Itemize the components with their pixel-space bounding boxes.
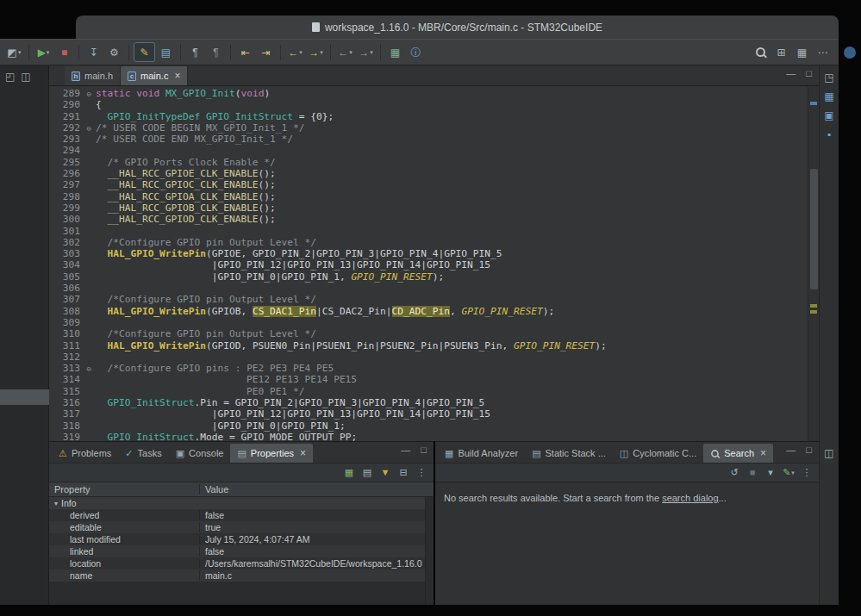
next-edit-location-button[interactable]: ⇥ <box>256 43 276 61</box>
code-line[interactable]: /* USER CODE BEGIN MX_GPIO_Init_1 */ <box>96 122 807 134</box>
code-line[interactable]: HAL_GPIO_WritePin(GPIOE, GPIO_PIN_2|GPIO… <box>96 248 807 259</box>
property-row[interactable]: namemain.c <box>49 569 434 582</box>
pin-view-button[interactable]: ▦ <box>340 465 358 481</box>
search-menu-button[interactable]: ⋮ <box>798 465 815 481</box>
code-line[interactable]: /*Configure GPIO pin Output Level */ <box>96 328 807 339</box>
close-tab-icon[interactable]: × <box>300 447 306 459</box>
property-row[interactable]: derivedfalse <box>49 509 434 521</box>
bookmark-icon[interactable]: ▪ <box>827 129 831 140</box>
new-wizard-button[interactable]: ◩▾ <box>4 43 24 61</box>
build-button[interactable]: ⚙ <box>104 43 124 61</box>
run-button[interactable]: ▶▾ <box>34 43 53 61</box>
close-tab-icon[interactable]: × <box>760 447 766 459</box>
fold-marker-icon[interactable]: ⊖ <box>87 123 91 134</box>
mark-occurrences-toggle[interactable]: ✎ <box>134 42 155 62</box>
minimized-view-icon-2[interactable]: ◫ <box>21 72 30 82</box>
title-bar[interactable]: workspace_1.16.0 - MBR/Core/Src/main.c -… <box>76 16 839 39</box>
tab-main-c[interactable]: cmain.c× <box>121 66 188 85</box>
save-button[interactable]: ↧ <box>84 43 103 61</box>
property-row[interactable]: last modifiedJuly 15, 2024, 4:07:47 AM <box>49 533 434 545</box>
code-line[interactable]: |GPIO_PIN_12|GPIO_PIN_13|GPIO_PIN_14|GPI… <box>96 408 807 420</box>
search-dialog-link[interactable]: search dialog <box>662 493 718 503</box>
terminate-search-button[interactable]: ■ <box>744 465 761 481</box>
code-line[interactable]: |GPIO_PIN_0|GPIO_PIN_1; <box>96 420 807 432</box>
search-history-button[interactable]: ▾ <box>762 465 779 481</box>
code-line[interactable] <box>96 352 807 363</box>
overview-mark-occurrence[interactable] <box>810 304 817 308</box>
open-perspective-button[interactable]: ⊞ <box>771 43 791 61</box>
tab-tasks[interactable]: ✓Tasks <box>118 444 168 463</box>
table-scrollbar[interactable] <box>425 497 434 605</box>
tab-problems[interactable]: ⚠Problems <box>52 444 118 463</box>
code-line[interactable] <box>96 317 807 328</box>
collapsed-panel-handle[interactable] <box>0 389 49 405</box>
property-group-row[interactable]: ▾Info <box>49 497 434 509</box>
code-line[interactable]: |GPIO_PIN_0|GPIO_PIN_1, GPIO_PIN_RESET); <box>96 271 807 283</box>
editor-scrollbar[interactable] <box>808 86 819 441</box>
code-line[interactable]: GPIO_InitStruct.Pin = GPIO_PIN_2|GPIO_PI… <box>96 397 807 408</box>
fold-marker-icon[interactable]: ⊖ <box>87 364 91 375</box>
code-content[interactable]: static void MX_GPIO_Init(void){ GPIO_Ini… <box>96 88 807 441</box>
restore-panel-icon[interactable]: ◫ <box>824 448 833 458</box>
minimized-view-icon-1[interactable]: ◰ <box>5 72 15 82</box>
code-line[interactable]: __HAL_RCC_GPIOE_CLK_ENABLE(); <box>96 168 807 179</box>
scrollbar-thumb[interactable] <box>810 169 818 289</box>
tab-static-stack[interactable]: ▤Static Stack ... <box>525 444 613 463</box>
tab-properties[interactable]: ▤Properties× <box>230 444 313 463</box>
minimize-view-icon[interactable]: — <box>786 69 795 78</box>
last-edit-location-button[interactable]: ⇤ <box>235 43 255 61</box>
code-line[interactable]: PE0 PE1 */ <box>96 386 807 397</box>
maximize-view-icon[interactable]: □ <box>806 445 812 455</box>
code-line[interactable]: /* USER CODE END MX_GPIO_Init_1 */ <box>96 134 807 145</box>
maximize-view-icon[interactable]: □ <box>421 445 427 455</box>
tab-build-analyzer[interactable]: ▦Build Analyzer <box>438 444 525 463</box>
code-line[interactable]: |GPIO_PIN_12|GPIO_PIN_13|GPIO_PIN_14|GPI… <box>96 259 807 271</box>
property-row[interactable]: location/Users/karemsalhi/STM32CubeIDE/w… <box>49 557 434 569</box>
code-line[interactable]: /*Configure GPIO pin Output Level */ <box>96 294 807 305</box>
maximize-view-icon[interactable]: □ <box>806 69 812 78</box>
code-line[interactable]: HAL_GPIO_WritePin(GPIOB, CS_DAC1_Pin|CS_… <box>96 306 807 317</box>
code-line[interactable]: /*Configure GPIO pins : PE2 PE3 PE4 PE5 <box>96 363 807 374</box>
code-line[interactable]: GPIO_InitStruct.Mode = GPIO_MODE_OUTPUT_… <box>96 432 807 441</box>
tab-main-h[interactable]: hmain.h <box>65 66 121 85</box>
property-row[interactable]: editabletrue <box>49 521 434 533</box>
terminate-button[interactable]: ■ <box>54 43 74 61</box>
back-button[interactable]: ←▾ <box>285 43 305 61</box>
code-line[interactable]: /* GPIO Ports Clock Enable */ <box>96 157 807 168</box>
code-line[interactable]: __HAL_RCC_GPIOC_CLK_ENABLE(); <box>96 179 807 190</box>
information-center-icon[interactable] <box>844 47 856 59</box>
code-editor[interactable]: 289⊖290291292⊖29329429529629729829930030… <box>49 86 819 441</box>
show-categories-button[interactable]: ▤ <box>359 465 376 481</box>
image-viewer-button[interactable]: ▦ <box>385 43 405 61</box>
close-tab-icon[interactable]: × <box>174 70 180 82</box>
cpp-perspective-button[interactable]: ▦ <box>792 43 812 61</box>
show-whitespace-toggle[interactable]: ¶ <box>185 43 205 61</box>
minimize-view-icon[interactable]: — <box>786 445 795 455</box>
code-line[interactable]: __HAL_RCC_GPIOA_CLK_ENABLE(); <box>96 191 807 202</box>
code-line[interactable]: __HAL_RCC_GPIOB_CLK_ENABLE(); <box>96 202 807 214</box>
view-menu-button[interactable]: ⋮ <box>413 465 430 481</box>
toolbar-overflow-button[interactable]: ⋯ <box>813 43 833 61</box>
cancel-search-button[interactable]: ↺ <box>726 465 743 481</box>
restore-view-icon[interactable]: ◳ <box>824 72 833 83</box>
code-line[interactable]: /*Configure GPIO pin Output Level */ <box>96 237 807 248</box>
build-targets-icon[interactable]: ▣ <box>824 110 833 121</box>
code-line[interactable]: __HAL_RCC_GPIOD_CLK_ENABLE(); <box>96 214 807 225</box>
outline-icon[interactable]: ▦ <box>824 91 833 102</box>
code-line[interactable]: GPIO_InitTypeDef GPIO_InitStruct = {0}; <box>96 111 807 122</box>
overview-mark-occurrence[interactable] <box>810 310 817 314</box>
info-button[interactable]: ⓘ <box>406 43 426 61</box>
code-line[interactable] <box>96 145 807 156</box>
property-column-header[interactable]: Property <box>49 484 200 495</box>
forward-history-button[interactable]: →▾ <box>356 43 376 61</box>
filter-button[interactable]: ▼ <box>377 465 394 481</box>
code-line[interactable]: PE12 PE13 PE14 PE15 <box>96 374 807 385</box>
tab-console[interactable]: ▣Console <box>169 444 231 463</box>
expander-chevron-icon[interactable]: ▾ <box>54 500 58 507</box>
code-line[interactable] <box>96 226 807 237</box>
code-line[interactable]: HAL_GPIO_WritePin(GPIOD, PSUEN0_Pin|PSUE… <box>96 340 807 352</box>
code-line[interactable]: { <box>96 99 807 110</box>
minimize-view-icon[interactable]: — <box>401 445 410 455</box>
fold-marker-icon[interactable]: ⊖ <box>87 89 91 100</box>
open-type-button[interactable]: ▤ <box>156 43 176 61</box>
